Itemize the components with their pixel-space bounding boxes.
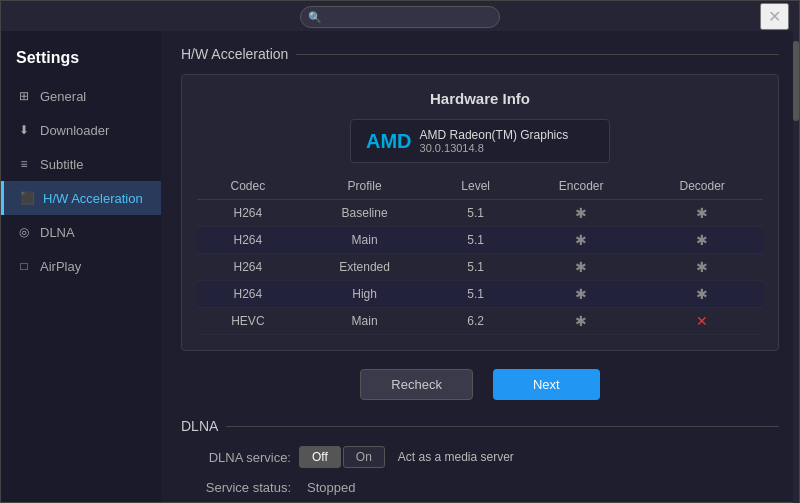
hw-table: Codec Profile Level Encoder Decoder H264… [197, 173, 763, 335]
cell-level: 5.1 [430, 200, 521, 227]
amd-logo: AMD [366, 130, 412, 153]
cell-profile: Extended [299, 254, 431, 281]
table-row: H264 Baseline 5.1 ✱ ✱ [197, 200, 763, 227]
service-status-row: Service status: Stopped [181, 480, 779, 495]
sidebar-item-dlna[interactable]: ◎ DLNA [1, 215, 161, 249]
cell-decoder: ✕ [641, 308, 763, 335]
dlna-icon: ◎ [16, 224, 32, 240]
col-codec: Codec [197, 173, 299, 200]
cell-codec: H264 [197, 281, 299, 308]
hw-card-title: Hardware Info [197, 90, 763, 107]
cell-profile: Main [299, 308, 431, 335]
dlna-service-off-btn[interactable]: Off [299, 446, 341, 468]
search-container: 🔍 [300, 6, 500, 28]
cell-level: 5.1 [430, 227, 521, 254]
sidebar-title: Settings [1, 41, 161, 79]
hw-icon: ⬛ [19, 190, 35, 206]
sidebar: Settings ⊞ General ⬇ Downloader ≡ Subtit… [1, 31, 161, 502]
airplay-icon: □ [16, 258, 32, 274]
search-icon: 🔍 [308, 11, 322, 24]
table-row: H264 Main 5.1 ✱ ✱ [197, 227, 763, 254]
gpu-header: AMD AMD Radeon(TM) Graphics 30.0.13014.8 [197, 119, 763, 163]
cell-decoder: ✱ [641, 254, 763, 281]
cell-codec: H264 [197, 200, 299, 227]
dlna-service-on-btn[interactable]: On [343, 446, 385, 468]
col-decoder: Decoder [641, 173, 763, 200]
sidebar-item-hw-acceleration[interactable]: ⬛ H/W Acceleration [1, 181, 161, 215]
cell-level: 5.1 [430, 281, 521, 308]
recheck-button[interactable]: Recheck [360, 369, 473, 400]
sidebar-label-downloader: Downloader [40, 123, 109, 138]
sidebar-label-hw: H/W Acceleration [43, 191, 143, 206]
gpu-details: AMD Radeon(TM) Graphics 30.0.13014.8 [420, 128, 569, 154]
sidebar-label-airplay: AirPlay [40, 259, 81, 274]
cell-encoder: ✱ [521, 281, 641, 308]
cell-decoder: ✱ [641, 227, 763, 254]
main-content: Settings ⊞ General ⬇ Downloader ≡ Subtit… [1, 31, 799, 502]
sidebar-item-downloader[interactable]: ⬇ Downloader [1, 113, 161, 147]
subtitle-icon: ≡ [16, 156, 32, 172]
button-row: Recheck Next [181, 369, 779, 400]
gpu-version: 30.0.13014.8 [420, 142, 569, 154]
sidebar-item-subtitle[interactable]: ≡ Subtitle [1, 147, 161, 181]
cell-encoder: ✱ [521, 227, 641, 254]
sidebar-label-dlna: DLNA [40, 225, 75, 240]
sidebar-item-general[interactable]: ⊞ General [1, 79, 161, 113]
cell-profile: High [299, 281, 431, 308]
cell-encoder: ✱ [521, 200, 641, 227]
scrollbar-thumb[interactable] [793, 41, 799, 121]
service-status-label: Service status: [181, 480, 291, 495]
col-profile: Profile [299, 173, 431, 200]
right-panel: H/W Acceleration Hardware Info AMD AMD R… [161, 31, 799, 502]
cell-profile: Main [299, 227, 431, 254]
titlebar: 🔍 ✕ [1, 1, 799, 31]
dlna-service-desc: Act as a media server [398, 450, 514, 464]
hw-section-title: H/W Acceleration [181, 46, 779, 62]
cell-level: 5.1 [430, 254, 521, 281]
hw-card: Hardware Info AMD AMD Radeon(TM) Graphic… [181, 74, 779, 351]
cell-level: 6.2 [430, 308, 521, 335]
downloader-icon: ⬇ [16, 122, 32, 138]
cell-encoder: ✱ [521, 308, 641, 335]
scrollbar[interactable] [793, 31, 799, 502]
close-button[interactable]: ✕ [760, 3, 789, 30]
col-encoder: Encoder [521, 173, 641, 200]
sidebar-label-subtitle: Subtitle [40, 157, 83, 172]
next-button[interactable]: Next [493, 369, 600, 400]
cell-codec: HEVC [197, 308, 299, 335]
sidebar-label-general: General [40, 89, 86, 104]
main-window: 🔍 ✕ Settings ⊞ General ⬇ Downloader ≡ Su… [0, 0, 800, 503]
cell-profile: Baseline [299, 200, 431, 227]
general-icon: ⊞ [16, 88, 32, 104]
dlna-section: DLNA DLNA service: Off On Act as a media… [181, 418, 779, 502]
dlna-section-title: DLNA [181, 418, 779, 434]
dlna-service-row: DLNA service: Off On Act as a media serv… [181, 446, 779, 468]
sidebar-item-airplay[interactable]: □ AirPlay [1, 249, 161, 283]
cell-decoder: ✱ [641, 281, 763, 308]
service-status-value: Stopped [307, 480, 355, 495]
cell-codec: H264 [197, 254, 299, 281]
dlna-service-label: DLNA service: [181, 450, 291, 465]
dlna-service-toggle: Off On [299, 446, 385, 468]
cell-encoder: ✱ [521, 254, 641, 281]
table-row: HEVC Main 6.2 ✱ ✕ [197, 308, 763, 335]
gpu-info-box: AMD AMD Radeon(TM) Graphics 30.0.13014.8 [350, 119, 610, 163]
search-input[interactable] [300, 6, 500, 28]
cell-decoder: ✱ [641, 200, 763, 227]
gpu-name: AMD Radeon(TM) Graphics [420, 128, 569, 142]
col-level: Level [430, 173, 521, 200]
table-row: H264 High 5.1 ✱ ✱ [197, 281, 763, 308]
cell-codec: H264 [197, 227, 299, 254]
table-row: H264 Extended 5.1 ✱ ✱ [197, 254, 763, 281]
